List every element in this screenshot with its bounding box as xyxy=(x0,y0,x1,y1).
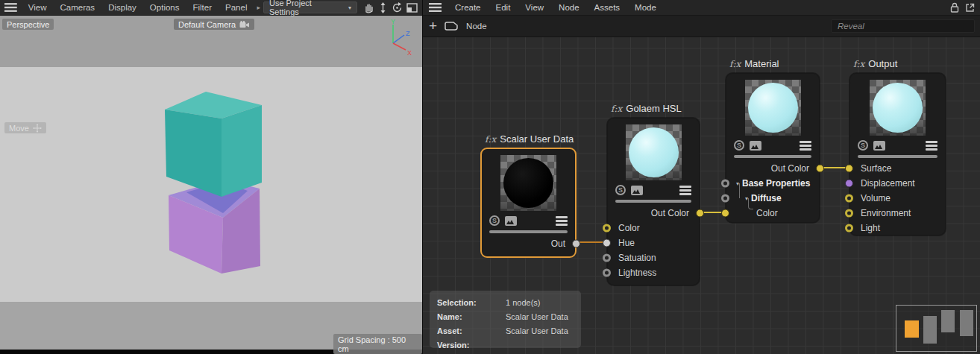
node-title: f:xMaterial xyxy=(729,58,779,69)
node-icon-row: S xyxy=(615,184,691,196)
port-hue[interactable] xyxy=(603,239,611,247)
fx-node-icon: f:x xyxy=(853,59,864,69)
popout-icon[interactable] xyxy=(965,3,975,13)
menu-ne-view[interactable]: View xyxy=(518,3,551,12)
menu-filter[interactable]: Filter xyxy=(186,3,219,12)
menu-options[interactable]: Options xyxy=(143,3,186,12)
tool-label-text: Move xyxy=(9,124,29,133)
port-diffuse[interactable] xyxy=(721,195,729,203)
axis-gizmo: Y Z X xyxy=(382,19,418,57)
menu-overflow-arrow-icon[interactable]: ▸ xyxy=(254,4,263,11)
preview-size-slider[interactable] xyxy=(858,155,937,158)
node-menu-icon[interactable] xyxy=(679,186,691,195)
grid-spacing-label: Grid Spacing : 500 cm xyxy=(333,334,422,354)
preview-size-slider[interactable] xyxy=(489,230,568,233)
port-row-light: Light xyxy=(850,221,945,236)
solo-badge-icon[interactable]: S xyxy=(858,140,868,151)
port-row-color: Color xyxy=(726,206,819,221)
selected-node-name: Scalar User Data xyxy=(506,312,568,321)
menu-node[interactable]: Node xyxy=(551,3,587,12)
add-node-icon[interactable]: + xyxy=(429,19,437,33)
port-color[interactable] xyxy=(721,209,729,218)
perspective-view-label[interactable]: Perspective xyxy=(2,19,54,30)
rotate-icon[interactable] xyxy=(392,2,403,13)
node-scalar-user-data[interactable]: f:xScalar User Data S Out xyxy=(480,148,577,258)
port-color[interactable] xyxy=(603,224,611,233)
viewport-menubar: View Cameras Display Options Filter Pane… xyxy=(0,0,422,16)
preview-sphere xyxy=(748,83,798,133)
node-menu-icon[interactable] xyxy=(556,216,568,226)
menu-mode[interactable]: Mode xyxy=(627,3,664,12)
menu-assets[interactable]: Assets xyxy=(587,3,628,12)
node-preview-thumbnail[interactable] xyxy=(870,80,926,136)
node-graph-canvas[interactable]: f:xScalar User Data S Out xyxy=(423,37,980,354)
port-row-base-properties: ▾ Base Properties xyxy=(726,176,819,191)
node-create-button[interactable]: Node xyxy=(440,21,491,31)
minimap-node-output[interactable] xyxy=(960,310,973,336)
solo-badge-icon[interactable]: S xyxy=(489,215,500,226)
node-material[interactable]: f:xMaterial S Out Color xyxy=(726,73,820,223)
node-editor-hamburger-icon[interactable] xyxy=(429,3,442,12)
menu-display[interactable]: Display xyxy=(101,3,143,12)
preview-image-icon[interactable] xyxy=(750,141,761,151)
port-environment[interactable] xyxy=(845,209,853,218)
port-out-color[interactable] xyxy=(696,209,704,218)
menu-create[interactable]: Create xyxy=(447,3,489,12)
port-displacement[interactable] xyxy=(845,180,853,188)
maximize-view-icon[interactable] xyxy=(406,3,418,13)
node-preview-thumbnail[interactable] xyxy=(626,124,682,180)
menu-cameras[interactable]: Cameras xyxy=(53,3,101,12)
port-row-hue: Hue xyxy=(608,236,699,250)
port-out[interactable] xyxy=(572,240,580,248)
default-camera-label[interactable]: Default Camera xyxy=(174,19,254,30)
node-preview-thumbnail[interactable] xyxy=(745,80,801,136)
info-row-name: Name: Scalar User Data xyxy=(437,309,574,323)
teal-cube-left-face xyxy=(165,110,222,197)
node-menu-icon[interactable] xyxy=(926,141,937,151)
minimap-node-scalar-user-data[interactable] xyxy=(905,320,919,338)
solo-badge-icon[interactable]: S xyxy=(734,140,744,151)
preview-image-icon[interactable] xyxy=(505,216,517,226)
node-output[interactable]: f:xOutput S Surface xyxy=(849,73,946,236)
menu-view[interactable]: View xyxy=(22,3,54,12)
node-icon-row: S xyxy=(489,215,568,227)
minimap-node-golaem-hsl[interactable] xyxy=(923,316,937,344)
dolly-updown-icon[interactable] xyxy=(378,2,388,13)
port-surface[interactable] xyxy=(845,165,853,173)
project-settings-value: Use Project Settings xyxy=(269,0,342,16)
node-preview-thumbnail[interactable] xyxy=(500,155,556,211)
port-satuation[interactable] xyxy=(603,254,611,262)
lock-icon[interactable] xyxy=(950,2,959,13)
graph-minimap[interactable] xyxy=(896,305,977,352)
menubar-right-icons xyxy=(950,2,975,13)
port-out-color[interactable] xyxy=(816,165,824,173)
preview-size-slider[interactable] xyxy=(734,155,811,158)
node-editor-menubar: Create Edit View Node Assets Mode xyxy=(423,0,980,16)
grid-spacing-text: Grid Spacing : 500 cm xyxy=(338,335,418,353)
preview-image-icon[interactable] xyxy=(631,186,643,195)
solo-badge-icon[interactable]: S xyxy=(615,185,626,195)
port-lightness[interactable] xyxy=(603,269,611,277)
node-menu-icon[interactable] xyxy=(800,141,811,151)
project-settings-dropdown[interactable]: Use Project Settings ▾ xyxy=(263,1,357,13)
pan-hand-icon[interactable] xyxy=(363,2,374,13)
menu-edit[interactable]: Edit xyxy=(489,3,518,12)
port-row-displacement: Displacement xyxy=(850,176,945,191)
preview-sphere xyxy=(629,127,679,177)
preview-image-icon[interactable] xyxy=(873,141,885,151)
menu-panel[interactable]: Panel xyxy=(219,3,254,12)
application-window: Y Z X Perspective Default Camera Move xyxy=(0,0,980,354)
node-editor-panel: Create Edit View Node Assets Mode + xyxy=(422,0,980,354)
preview-sphere xyxy=(503,158,553,208)
selection-info-panel: Selection: 1 node(s) Name: Scalar User D… xyxy=(430,291,581,348)
port-row-out-color: Out Color xyxy=(608,206,699,221)
node-golaem-hsl[interactable]: f:xGolaem HSL S Out Color xyxy=(607,118,700,285)
minimap-node-material[interactable] xyxy=(941,310,955,332)
port-volume[interactable] xyxy=(845,195,853,203)
port-light[interactable] xyxy=(845,224,853,233)
search-input[interactable] xyxy=(831,19,975,33)
axis-y-label: Y xyxy=(391,19,395,25)
viewport-hamburger-icon[interactable] xyxy=(4,3,17,12)
port-base-properties[interactable] xyxy=(721,180,729,188)
preview-size-slider[interactable] xyxy=(615,200,691,203)
